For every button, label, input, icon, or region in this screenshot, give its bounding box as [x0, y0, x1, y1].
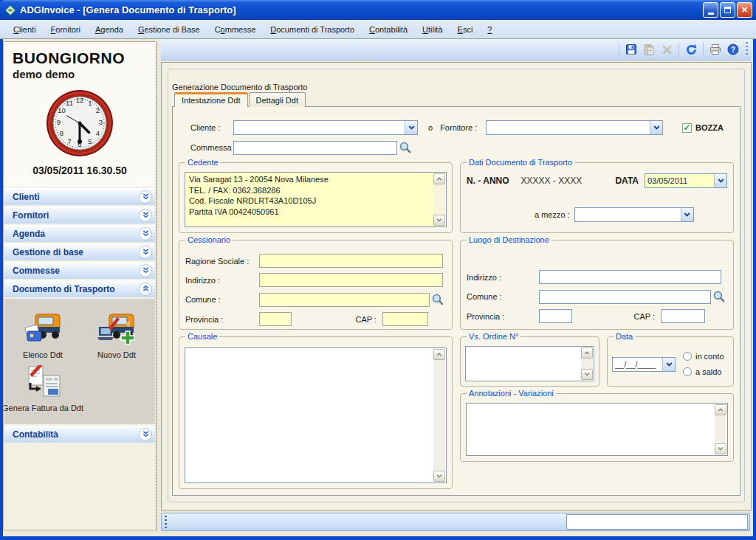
dest-provincia-input[interactable]	[539, 309, 572, 323]
titlebar: ADGInvoice - [Genera Documento di Traspo…	[0, 0, 756, 20]
menubar: Clienti Fornitori Agenda Gestione di Bas…	[0, 20, 756, 39]
nuovo-ddt-icon	[97, 312, 136, 347]
scrollbar[interactable]	[433, 173, 445, 226]
menu-clienti[interactable]: Clienti	[6, 22, 44, 37]
fornitore-select[interactable]	[486, 120, 663, 135]
sidebar-item-agenda[interactable]: Agenda	[4, 225, 155, 242]
chevron-down-icon[interactable]	[405, 121, 417, 134]
svg-text:4: 4	[96, 129, 100, 137]
dest-indirizzo-input[interactable]	[539, 270, 721, 284]
print-button[interactable]	[707, 41, 724, 58]
sidebar-item-documento-di-trasporto[interactable]: Documento di Trasporto	[4, 280, 155, 297]
chevron-down-icon[interactable]	[714, 174, 726, 187]
delete-button[interactable]	[659, 41, 675, 58]
chevron-double-down-icon[interactable]	[139, 246, 152, 259]
search-icon[interactable]	[711, 289, 727, 304]
toolbar-separator	[678, 43, 679, 56]
cap-label: CAP :	[633, 312, 655, 321]
provincia-input[interactable]	[259, 312, 292, 326]
shortcut-genera-fattura-da-ddt[interactable]: Genera Fattura da Ddt	[6, 365, 80, 412]
ddt-shortcuts-panel: Elenco Ddt	[4, 299, 155, 424]
annotazioni-textarea[interactable]	[466, 403, 728, 456]
scroll-down-icon[interactable]	[433, 471, 445, 482]
cedente-textarea[interactable]: Via Saragat 13 - 20054 Nova Milanese TEL…	[185, 172, 447, 227]
fornitore-label: Fornitore :	[440, 123, 486, 132]
scroll-up-icon[interactable]	[433, 349, 445, 360]
tab-dettagli-ddt[interactable]: Dettagli Ddt	[249, 92, 306, 107]
menu-gestione-di-base[interactable]: Gestione di Base	[131, 22, 207, 37]
paste-button[interactable]	[641, 41, 657, 58]
cap-input[interactable]	[382, 312, 428, 326]
sidebar-item-clienti[interactable]: Clienti	[4, 188, 155, 205]
statusbar	[161, 513, 750, 531]
causale-groupbox: Causale	[179, 336, 453, 489]
chevron-double-down-icon[interactable]	[139, 428, 152, 441]
vs-ordine-textarea[interactable]	[465, 346, 594, 381]
chevron-double-down-icon[interactable]	[139, 190, 152, 204]
cliente-select[interactable]	[233, 120, 418, 135]
chevron-double-down-icon[interactable]	[139, 209, 152, 222]
menu-agenda[interactable]: Agenda	[88, 22, 131, 37]
menu-contabilita[interactable]: Contabilità	[362, 22, 415, 37]
maximize-icon	[724, 7, 731, 13]
chevron-down-icon[interactable]	[681, 208, 693, 221]
ragione-sociale-input[interactable]	[259, 254, 443, 268]
sidebar-item-fornitori[interactable]: Fornitori	[4, 207, 155, 224]
causale-textarea[interactable]	[185, 347, 447, 483]
data-datepicker[interactable]: 03/05/2011	[645, 173, 727, 188]
svg-text:3: 3	[99, 118, 103, 126]
chevron-double-down-icon[interactable]	[139, 227, 152, 240]
search-icon[interactable]	[397, 140, 413, 155]
annotazioni-title: Annotazioni - Variazioni	[467, 389, 556, 398]
menu-help[interactable]: ?	[480, 22, 499, 37]
chevron-double-up-icon[interactable]	[139, 283, 152, 296]
in-conto-radio[interactable]	[683, 352, 692, 361]
status-field[interactable]	[566, 514, 748, 530]
search-icon[interactable]	[430, 292, 446, 307]
bozza-checkbox[interactable]: ✓	[682, 123, 692, 133]
scrollbar[interactable]	[433, 349, 445, 482]
scroll-up-icon[interactable]	[715, 404, 726, 415]
dest-comune-input[interactable]	[539, 290, 711, 304]
close-button[interactable]: ✕	[737, 2, 752, 18]
scroll-up-icon[interactable]	[581, 347, 593, 359]
scrollbar[interactable]	[581, 347, 593, 380]
scroll-down-icon[interactable]	[715, 443, 726, 454]
a-saldo-radio[interactable]	[683, 367, 692, 376]
scrollbar[interactable]	[715, 404, 726, 454]
menu-commesse[interactable]: Commesse	[207, 22, 264, 37]
scroll-up-icon[interactable]	[433, 173, 445, 184]
save-button[interactable]	[623, 41, 639, 58]
refresh-button[interactable]	[683, 41, 699, 58]
sidebar-item-label: Clienti	[13, 192, 40, 202]
shortcut-elenco-ddt[interactable]: Elenco Ddt	[6, 312, 80, 359]
data-saldo-datepicker[interactable]: __/__/____	[612, 357, 676, 372]
minimize-button[interactable]	[703, 2, 718, 18]
commessa-input[interactable]	[233, 141, 397, 155]
comune-input[interactable]	[259, 293, 430, 307]
help-button[interactable]: ?	[725, 41, 741, 58]
indirizzo-input[interactable]	[259, 273, 443, 287]
menu-esci[interactable]: Esci	[450, 22, 481, 37]
tab-intestazione-ddt[interactable]: Intestazione Ddt	[174, 92, 248, 107]
annotazioni-text	[470, 405, 712, 454]
chevron-double-down-icon[interactable]	[139, 264, 152, 277]
scroll-down-icon[interactable]	[581, 369, 593, 380]
dest-cap-input[interactable]	[661, 309, 705, 323]
sidebar-item-contabilita[interactable]: Contabilità	[4, 426, 155, 443]
sidebar-item-gestione-di-base[interactable]: Gestione di base	[4, 243, 155, 260]
cedente-groupbox: Cedente Via Saragat 13 - 20054 Nova Mila…	[179, 162, 453, 233]
scroll-down-icon[interactable]	[433, 215, 445, 226]
sidebar-item-commesse[interactable]: Commesse	[4, 262, 155, 279]
chevron-down-icon[interactable]	[662, 358, 675, 371]
statusbar-grip[interactable]	[165, 516, 167, 528]
chevron-down-icon[interactable]	[650, 121, 662, 134]
indirizzo-label: Indirizzo :	[467, 273, 539, 282]
a-mezzo-select[interactable]	[574, 207, 694, 222]
menu-fornitori[interactable]: Fornitori	[44, 22, 88, 37]
maximize-button[interactable]	[720, 2, 735, 18]
shortcut-nuovo-ddt[interactable]: Nuovo Ddt	[80, 312, 154, 359]
toolbar-grip[interactable]	[746, 42, 748, 57]
menu-utilita[interactable]: Utilità	[415, 22, 450, 37]
menu-documenti-di-trasporto[interactable]: Documenti di Trasporto	[263, 22, 362, 37]
